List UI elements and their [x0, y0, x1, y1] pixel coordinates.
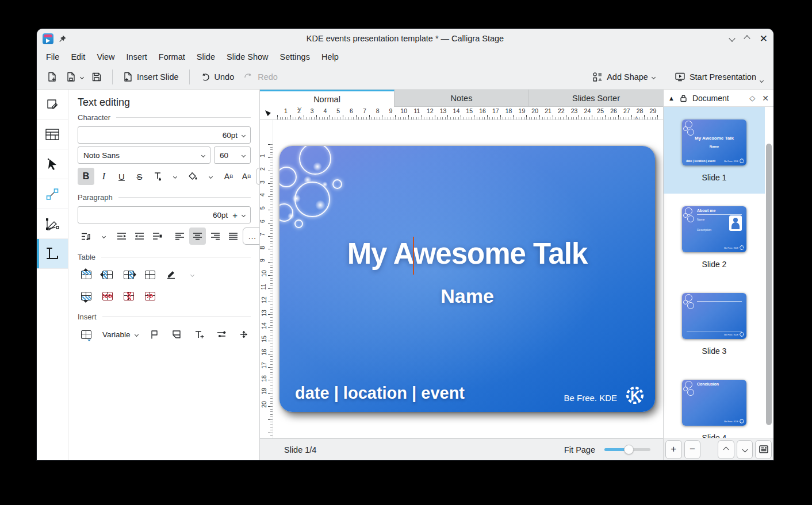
font-size-select[interactable]: 60	[214, 147, 251, 164]
paragraph-indent-marker[interactable]: △	[297, 115, 302, 120]
minimize-button[interactable]	[729, 35, 735, 41]
bold-button[interactable]: B	[78, 168, 94, 185]
insert-row-above-button[interactable]	[78, 266, 94, 283]
connector-tool[interactable]	[37, 179, 68, 209]
insert-bookmark-button[interactable]	[146, 326, 163, 343]
vertical-ruler[interactable]: 1234567891011121314151617181920	[260, 120, 273, 438]
start-presentation-dropdown[interactable]	[760, 79, 764, 83]
tab-notes[interactable]: Notes	[394, 90, 529, 107]
selection-tool[interactable]	[37, 149, 68, 179]
list-style-button[interactable]	[78, 228, 94, 245]
lock-icon[interactable]	[680, 94, 687, 102]
slide-layout-tool[interactable]	[37, 119, 68, 149]
redo-button[interactable]: Redo	[239, 69, 282, 86]
right-indent-marker[interactable]: △	[634, 115, 639, 120]
insert-row-below-button[interactable]	[78, 287, 94, 304]
slide-footer-text[interactable]: date | location | event	[295, 384, 465, 403]
align-justify-button[interactable]	[225, 228, 242, 245]
slide-title-text[interactable]: My Awesome Talk	[279, 237, 655, 271]
insert-cross-reference-button[interactable]	[236, 326, 252, 343]
tab-slides-sorter[interactable]: Slides Sorter	[529, 90, 663, 107]
page-area[interactable]: My Awesome Talk Name date | location | e…	[273, 120, 663, 438]
open-document-button[interactable]	[62, 68, 81, 86]
zoom-slider-knob[interactable]	[624, 445, 634, 454]
delete-row-button[interactable]	[99, 287, 116, 304]
menu-edit[interactable]: Edit	[65, 51, 91, 63]
thumb-image-1[interactable]: My Awesome Talk Name date | location | e…	[682, 119, 746, 165]
thumbnail-scrollbar[interactable]	[766, 144, 772, 425]
collapse-icon[interactable]: ▲	[668, 95, 675, 102]
horizontal-ruler[interactable]: ▽ △ △ 1234567891011121314151617181920212…	[260, 107, 663, 120]
menu-slide[interactable]: Slide	[191, 51, 221, 63]
insert-text-button[interactable]	[191, 326, 208, 343]
text-color-button[interactable]	[149, 168, 166, 185]
insert-section-button[interactable]	[168, 326, 185, 343]
italic-button[interactable]: I	[95, 168, 112, 185]
background-color-dropdown[interactable]	[202, 168, 219, 185]
zoom-mode-label[interactable]: Fit Page	[564, 445, 595, 454]
move-slide-up-button[interactable]	[718, 440, 734, 459]
align-left-button[interactable]	[171, 228, 188, 245]
variable-select[interactable]: Variable	[100, 330, 140, 339]
shape-edit-tool[interactable]	[37, 90, 68, 119]
new-document-button[interactable]	[43, 68, 62, 86]
paragraph-format-button[interactable]	[149, 228, 166, 245]
insert-column-left-button[interactable]	[99, 266, 116, 283]
menu-help[interactable]: Help	[316, 51, 344, 63]
insert-slide-button[interactable]: Insert Slide	[118, 68, 183, 86]
font-family-select[interactable]: Noto Sans	[78, 147, 210, 164]
tab-normal[interactable]: Normal	[260, 90, 394, 107]
thumb-image-3[interactable]: Be Free. KDE	[682, 293, 746, 339]
subscript-button[interactable]: AB	[238, 168, 255, 185]
slide-thumbnail-2[interactable]: About me Name Description Be Free. KDE S…	[664, 194, 765, 280]
menu-view[interactable]: View	[91, 51, 120, 63]
increase-indent-button[interactable]	[113, 228, 130, 245]
text-tool[interactable]	[37, 239, 68, 269]
slide-subtitle-text[interactable]: Name	[279, 285, 655, 307]
merge-cells-button[interactable]	[141, 266, 158, 283]
delete-table-button[interactable]	[141, 287, 158, 304]
delete-slide-button[interactable]: −	[684, 440, 701, 459]
paragraph-spacing-select[interactable]: 60pt+	[78, 206, 251, 223]
menu-settings[interactable]: Settings	[274, 51, 316, 63]
menu-file[interactable]: File	[40, 51, 65, 63]
path-edit-tool[interactable]	[37, 209, 68, 239]
slide-thumbnail-3[interactable]: Be Free. KDE Slide 3	[664, 280, 765, 367]
insert-table-button[interactable]	[78, 326, 94, 343]
slide-thumbnail-1[interactable]: My Awesome Talk Name date | location | e…	[664, 107, 765, 194]
border-pen-dropdown[interactable]	[184, 266, 201, 283]
delete-column-button[interactable]	[120, 287, 137, 304]
slide-editor[interactable]: My Awesome Talk Name date | location | e…	[279, 146, 655, 412]
add-shape-button[interactable]: Add Shape	[588, 68, 660, 86]
align-center-button[interactable]	[189, 228, 206, 245]
add-shape-dropdown[interactable]	[652, 75, 656, 79]
menu-format[interactable]: Format	[153, 51, 191, 63]
character-more-button[interactable]: ...	[256, 168, 260, 185]
text-color-dropdown[interactable]	[167, 168, 183, 185]
docker-close-icon[interactable]: ✕	[762, 94, 769, 103]
decrease-indent-button[interactable]	[131, 228, 148, 245]
thumb-image-2[interactable]: About me Name Description Be Free. KDE	[682, 206, 746, 252]
move-slide-down-button[interactable]	[737, 440, 753, 459]
maximize-button[interactable]	[744, 35, 750, 41]
align-right-button[interactable]	[207, 228, 224, 245]
menu-slide-show[interactable]: Slide Show	[221, 51, 274, 63]
menu-insert[interactable]: Insert	[121, 51, 153, 63]
tab-selector-icon[interactable]	[265, 110, 271, 117]
underline-button[interactable]: U	[113, 168, 130, 185]
insert-column-right-button[interactable]	[120, 266, 137, 283]
slide-properties-button[interactable]	[755, 440, 772, 459]
insert-field-button[interactable]	[213, 326, 230, 343]
zoom-slider[interactable]	[604, 448, 650, 451]
thumb-image-4[interactable]: Conclusion Be Free. KDE	[682, 380, 746, 426]
border-pen-button[interactable]	[163, 266, 179, 283]
open-recent-dropdown[interactable]	[80, 75, 84, 79]
start-presentation-button[interactable]: Start Presentation	[670, 68, 768, 86]
slide-thumbnail-4[interactable]: Conclusion Be Free. KDE Slide 4	[664, 367, 765, 438]
save-button[interactable]	[87, 68, 106, 86]
float-icon[interactable]: ◇	[749, 94, 755, 102]
list-style-dropdown[interactable]	[95, 228, 112, 245]
character-style-select[interactable]: 60pt	[78, 126, 251, 144]
strikethrough-button[interactable]: S	[131, 168, 148, 185]
add-slide-button[interactable]: +	[665, 440, 682, 459]
